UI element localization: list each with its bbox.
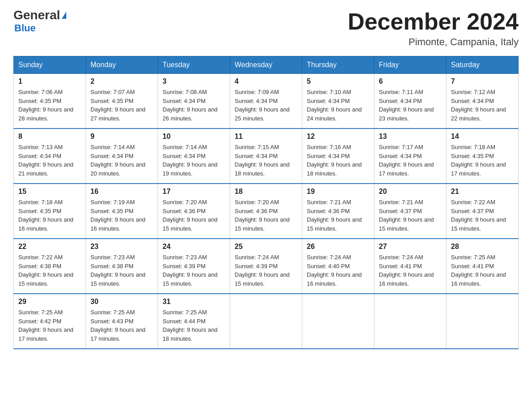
calendar-day-cell: 1Sunrise: 7:06 AMSunset: 4:35 PMDaylight…	[14, 74, 86, 129]
day-info: Sunrise: 7:10 AMSunset: 4:34 PMDaylight:…	[307, 88, 369, 123]
calendar-day-cell: 24Sunrise: 7:23 AMSunset: 4:39 PMDayligh…	[158, 239, 230, 294]
day-info: Sunrise: 7:14 AMSunset: 4:34 PMDaylight:…	[90, 143, 153, 178]
calendar-day-cell: 25Sunrise: 7:24 AMSunset: 4:39 PMDayligh…	[230, 239, 302, 294]
calendar-week-row: 15Sunrise: 7:18 AMSunset: 4:35 PMDayligh…	[14, 184, 519, 239]
day-number: 9	[90, 133, 153, 141]
day-info: Sunrise: 7:22 AMSunset: 4:38 PMDaylight:…	[18, 253, 81, 288]
day-number: 20	[379, 188, 442, 196]
header-monday: Monday	[86, 56, 158, 74]
header-saturday: Saturday	[446, 56, 519, 74]
calendar-day-cell: 10Sunrise: 7:14 AMSunset: 4:34 PMDayligh…	[158, 128, 230, 184]
logo-text: General	[13, 9, 66, 21]
day-info: Sunrise: 7:24 AMSunset: 4:41 PMDaylight:…	[379, 253, 442, 288]
day-number: 17	[163, 188, 225, 196]
calendar-day-cell: 20Sunrise: 7:21 AMSunset: 4:37 PMDayligh…	[374, 184, 446, 239]
day-number: 10	[163, 133, 225, 141]
day-number: 31	[163, 298, 225, 306]
calendar-day-cell: 16Sunrise: 7:19 AMSunset: 4:35 PMDayligh…	[86, 184, 158, 239]
calendar-day-cell: 12Sunrise: 7:16 AMSunset: 4:34 PMDayligh…	[302, 128, 374, 184]
logo-general: General	[13, 9, 60, 21]
logo-blue: Blue	[14, 22, 36, 34]
day-number: 23	[90, 243, 153, 251]
calendar-day-cell: 3Sunrise: 7:08 AMSunset: 4:34 PMDaylight…	[158, 74, 230, 129]
day-info: Sunrise: 7:15 AMSunset: 4:34 PMDaylight:…	[235, 143, 297, 178]
day-number: 14	[451, 133, 514, 141]
day-number: 21	[451, 188, 514, 196]
day-number: 19	[307, 188, 369, 196]
day-info: Sunrise: 7:24 AMSunset: 4:39 PMDaylight:…	[235, 253, 297, 288]
day-number: 3	[163, 77, 225, 86]
day-info: Sunrise: 7:23 AMSunset: 4:38 PMDaylight:…	[90, 253, 153, 288]
day-info: Sunrise: 7:06 AMSunset: 4:35 PMDaylight:…	[18, 88, 81, 123]
calendar-day-cell: 2Sunrise: 7:07 AMSunset: 4:35 PMDaylight…	[86, 74, 158, 129]
day-number: 5	[307, 77, 369, 86]
day-number: 2	[90, 77, 153, 86]
day-info: Sunrise: 7:20 AMSunset: 4:36 PMDaylight:…	[163, 198, 225, 233]
day-number: 22	[18, 243, 81, 251]
day-number: 26	[307, 243, 369, 251]
header-sunday: Sunday	[14, 56, 86, 74]
calendar-week-row: 1Sunrise: 7:06 AMSunset: 4:35 PMDaylight…	[14, 74, 519, 129]
calendar-day-cell: 26Sunrise: 7:24 AMSunset: 4:40 PMDayligh…	[302, 239, 374, 294]
calendar-title: December 2024	[348, 9, 519, 34]
calendar-day-cell	[302, 294, 374, 349]
header-thursday: Thursday	[302, 56, 374, 74]
calendar-week-row: 8Sunrise: 7:13 AMSunset: 4:34 PMDaylight…	[14, 128, 519, 184]
day-number: 1	[18, 77, 81, 86]
day-number: 11	[235, 133, 297, 141]
day-info: Sunrise: 7:07 AMSunset: 4:35 PMDaylight:…	[90, 88, 153, 123]
logo: General Blue	[13, 9, 66, 34]
calendar-day-cell: 8Sunrise: 7:13 AMSunset: 4:34 PMDaylight…	[14, 128, 86, 184]
calendar-day-cell: 4Sunrise: 7:09 AMSunset: 4:34 PMDaylight…	[230, 74, 302, 129]
day-info: Sunrise: 7:23 AMSunset: 4:39 PMDaylight:…	[163, 253, 225, 288]
calendar-day-cell: 30Sunrise: 7:25 AMSunset: 4:43 PMDayligh…	[86, 294, 158, 349]
day-info: Sunrise: 7:22 AMSunset: 4:37 PMDaylight:…	[451, 198, 514, 233]
calendar-day-cell	[446, 294, 519, 349]
day-number: 28	[451, 243, 514, 251]
calendar-day-cell: 17Sunrise: 7:20 AMSunset: 4:36 PMDayligh…	[158, 184, 230, 239]
day-number: 18	[235, 188, 297, 196]
day-number: 12	[307, 133, 369, 141]
day-info: Sunrise: 7:17 AMSunset: 4:34 PMDaylight:…	[379, 143, 442, 178]
day-number: 4	[235, 77, 297, 86]
day-info: Sunrise: 7:18 AMSunset: 4:35 PMDaylight:…	[18, 198, 81, 233]
day-info: Sunrise: 7:25 AMSunset: 4:41 PMDaylight:…	[451, 253, 514, 288]
day-info: Sunrise: 7:08 AMSunset: 4:34 PMDaylight:…	[163, 88, 225, 123]
day-info: Sunrise: 7:25 AMSunset: 4:44 PMDaylight:…	[163, 308, 225, 343]
calendar-day-cell: 21Sunrise: 7:22 AMSunset: 4:37 PMDayligh…	[446, 184, 519, 239]
day-info: Sunrise: 7:24 AMSunset: 4:40 PMDaylight:…	[307, 253, 369, 288]
day-number: 29	[18, 298, 81, 306]
calendar-day-cell: 14Sunrise: 7:18 AMSunset: 4:35 PMDayligh…	[446, 128, 519, 184]
calendar-day-cell: 29Sunrise: 7:25 AMSunset: 4:42 PMDayligh…	[14, 294, 86, 349]
day-number: 25	[235, 243, 297, 251]
calendar-week-row: 22Sunrise: 7:22 AMSunset: 4:38 PMDayligh…	[14, 239, 519, 294]
day-info: Sunrise: 7:25 AMSunset: 4:42 PMDaylight:…	[18, 308, 81, 343]
calendar-day-cell: 7Sunrise: 7:12 AMSunset: 4:34 PMDaylight…	[446, 74, 519, 129]
day-info: Sunrise: 7:21 AMSunset: 4:37 PMDaylight:…	[379, 198, 442, 233]
day-number: 27	[379, 243, 442, 251]
calendar-day-cell: 18Sunrise: 7:20 AMSunset: 4:36 PMDayligh…	[230, 184, 302, 239]
logo-triangle-icon	[62, 12, 66, 19]
day-number: 24	[163, 243, 225, 251]
day-number: 30	[90, 298, 153, 306]
calendar-location: Pimonte, Campania, Italy	[348, 36, 519, 48]
calendar-day-cell: 9Sunrise: 7:14 AMSunset: 4:34 PMDaylight…	[86, 128, 158, 184]
day-number: 15	[18, 188, 81, 196]
day-info: Sunrise: 7:25 AMSunset: 4:43 PMDaylight:…	[90, 308, 153, 343]
header-tuesday: Tuesday	[158, 56, 230, 74]
calendar-table: Sunday Monday Tuesday Wednesday Thursday…	[13, 56, 519, 349]
calendar-day-cell: 13Sunrise: 7:17 AMSunset: 4:34 PMDayligh…	[374, 128, 446, 184]
calendar-day-cell: 6Sunrise: 7:11 AMSunset: 4:34 PMDaylight…	[374, 74, 446, 129]
day-info: Sunrise: 7:18 AMSunset: 4:35 PMDaylight:…	[451, 143, 514, 178]
day-info: Sunrise: 7:12 AMSunset: 4:34 PMDaylight:…	[451, 88, 514, 123]
calendar-day-cell	[230, 294, 302, 349]
calendar-day-cell: 31Sunrise: 7:25 AMSunset: 4:44 PMDayligh…	[158, 294, 230, 349]
calendar-day-cell: 15Sunrise: 7:18 AMSunset: 4:35 PMDayligh…	[14, 184, 86, 239]
day-info: Sunrise: 7:19 AMSunset: 4:35 PMDaylight:…	[90, 198, 153, 233]
header-wednesday: Wednesday	[230, 56, 302, 74]
title-area: December 2024 Pimonte, Campania, Italy	[348, 9, 519, 48]
calendar-day-cell: 28Sunrise: 7:25 AMSunset: 4:41 PMDayligh…	[446, 239, 519, 294]
day-info: Sunrise: 7:21 AMSunset: 4:36 PMDaylight:…	[307, 198, 369, 233]
calendar-day-cell	[374, 294, 446, 349]
calendar-day-cell: 23Sunrise: 7:23 AMSunset: 4:38 PMDayligh…	[86, 239, 158, 294]
